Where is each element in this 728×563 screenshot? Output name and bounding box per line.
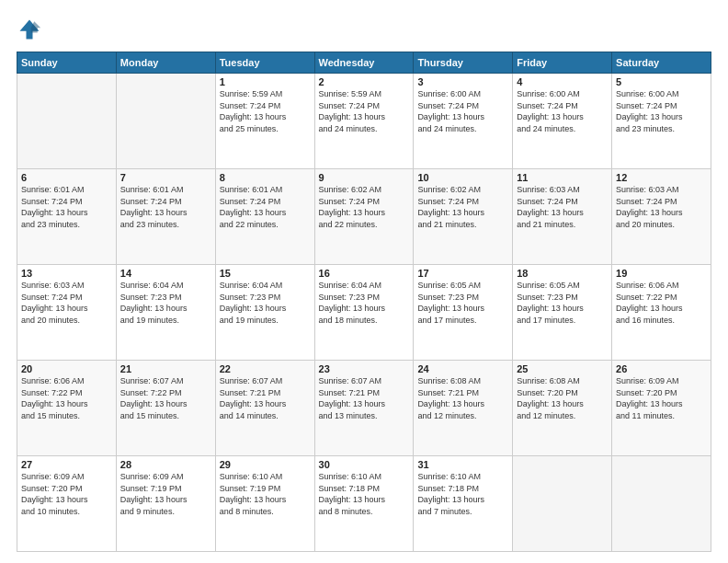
day-info: Sunrise: 6:06 AM Sunset: 7:22 PM Dayligh… <box>21 375 112 421</box>
weekday-header-thursday: Thursday <box>414 52 513 74</box>
day-number: 15 <box>220 268 311 279</box>
day-number: 8 <box>220 172 311 183</box>
day-info: Sunrise: 6:00 AM Sunset: 7:24 PM Dayligh… <box>517 88 608 134</box>
calendar-week-row: 20Sunrise: 6:06 AM Sunset: 7:22 PM Dayli… <box>17 361 711 456</box>
day-number: 1 <box>220 76 311 87</box>
calendar-week-row: 27Sunrise: 6:09 AM Sunset: 7:20 PM Dayli… <box>17 456 711 552</box>
day-info: Sunrise: 6:04 AM Sunset: 7:23 PM Dayligh… <box>120 280 211 326</box>
calendar-cell: 6Sunrise: 6:01 AM Sunset: 7:24 PM Daylig… <box>17 169 117 265</box>
day-info: Sunrise: 6:01 AM Sunset: 7:24 PM Dayligh… <box>120 184 211 230</box>
day-number: 4 <box>517 76 608 87</box>
day-number: 7 <box>120 172 211 183</box>
calendar-cell: 25Sunrise: 6:08 AM Sunset: 7:20 PM Dayli… <box>513 361 612 456</box>
calendar-cell: 24Sunrise: 6:08 AM Sunset: 7:21 PM Dayli… <box>414 361 513 456</box>
day-number: 18 <box>517 268 608 279</box>
day-info: Sunrise: 6:01 AM Sunset: 7:24 PM Dayligh… <box>21 184 112 230</box>
day-info: Sunrise: 6:09 AM Sunset: 7:19 PM Dayligh… <box>120 471 211 517</box>
day-number: 5 <box>616 76 707 87</box>
calendar-cell: 9Sunrise: 6:02 AM Sunset: 7:24 PM Daylig… <box>314 169 414 265</box>
day-info: Sunrise: 6:08 AM Sunset: 7:20 PM Dayligh… <box>517 375 608 421</box>
page: SundayMondayTuesdayWednesdayThursdayFrid… <box>0 0 728 563</box>
day-info: Sunrise: 6:10 AM Sunset: 7:19 PM Dayligh… <box>220 471 311 517</box>
day-number: 2 <box>319 76 410 87</box>
day-number: 11 <box>517 172 608 183</box>
calendar-cell: 11Sunrise: 6:03 AM Sunset: 7:24 PM Dayli… <box>513 169 612 265</box>
logo-icon <box>17 17 42 42</box>
day-info: Sunrise: 5:59 AM Sunset: 7:24 PM Dayligh… <box>319 88 410 134</box>
calendar-cell: 22Sunrise: 6:07 AM Sunset: 7:21 PM Dayli… <box>215 361 314 456</box>
day-info: Sunrise: 6:04 AM Sunset: 7:23 PM Dayligh… <box>220 280 311 326</box>
day-number: 20 <box>21 363 112 374</box>
day-info: Sunrise: 6:04 AM Sunset: 7:23 PM Dayligh… <box>319 280 410 326</box>
day-info: Sunrise: 6:08 AM Sunset: 7:21 PM Dayligh… <box>417 375 508 421</box>
day-number: 25 <box>517 363 608 374</box>
calendar-cell: 10Sunrise: 6:02 AM Sunset: 7:24 PM Dayli… <box>414 169 513 265</box>
calendar-cell: 19Sunrise: 6:06 AM Sunset: 7:22 PM Dayli… <box>612 265 711 361</box>
calendar-cell <box>116 74 215 169</box>
calendar-table: SundayMondayTuesdayWednesdayThursdayFrid… <box>17 52 711 552</box>
day-number: 31 <box>417 459 508 470</box>
day-number: 17 <box>417 268 508 279</box>
day-info: Sunrise: 6:06 AM Sunset: 7:22 PM Dayligh… <box>616 280 707 326</box>
weekday-header-monday: Monday <box>116 52 215 74</box>
day-info: Sunrise: 6:02 AM Sunset: 7:24 PM Dayligh… <box>417 184 508 230</box>
weekday-header-wednesday: Wednesday <box>314 52 414 74</box>
calendar-header-row: SundayMondayTuesdayWednesdayThursdayFrid… <box>17 52 711 74</box>
calendar-cell: 3Sunrise: 6:00 AM Sunset: 7:24 PM Daylig… <box>414 74 513 169</box>
day-info: Sunrise: 6:07 AM Sunset: 7:21 PM Dayligh… <box>220 375 311 421</box>
day-info: Sunrise: 6:02 AM Sunset: 7:24 PM Dayligh… <box>319 184 410 230</box>
day-number: 14 <box>120 268 211 279</box>
day-number: 6 <box>21 172 112 183</box>
calendar-cell: 29Sunrise: 6:10 AM Sunset: 7:19 PM Dayli… <box>215 456 314 552</box>
calendar-cell: 20Sunrise: 6:06 AM Sunset: 7:22 PM Dayli… <box>17 361 117 456</box>
day-number: 9 <box>319 172 410 183</box>
day-info: Sunrise: 6:01 AM Sunset: 7:24 PM Dayligh… <box>220 184 311 230</box>
day-info: Sunrise: 6:10 AM Sunset: 7:18 PM Dayligh… <box>417 471 508 517</box>
day-number: 16 <box>319 268 410 279</box>
weekday-header-tuesday: Tuesday <box>215 52 314 74</box>
day-number: 22 <box>220 363 311 374</box>
calendar-cell: 16Sunrise: 6:04 AM Sunset: 7:23 PM Dayli… <box>314 265 414 361</box>
day-number: 26 <box>616 363 707 374</box>
day-number: 28 <box>120 459 211 470</box>
calendar-cell <box>612 456 711 552</box>
calendar-cell: 17Sunrise: 6:05 AM Sunset: 7:23 PM Dayli… <box>414 265 513 361</box>
day-info: Sunrise: 6:03 AM Sunset: 7:24 PM Dayligh… <box>21 280 112 326</box>
day-number: 12 <box>616 172 707 183</box>
calendar-cell: 1Sunrise: 5:59 AM Sunset: 7:24 PM Daylig… <box>215 74 314 169</box>
day-number: 19 <box>616 268 707 279</box>
day-info: Sunrise: 6:03 AM Sunset: 7:24 PM Dayligh… <box>517 184 608 230</box>
header <box>17 17 711 42</box>
day-info: Sunrise: 6:00 AM Sunset: 7:24 PM Dayligh… <box>417 88 508 134</box>
day-number: 13 <box>21 268 112 279</box>
calendar-cell: 21Sunrise: 6:07 AM Sunset: 7:22 PM Dayli… <box>116 361 215 456</box>
calendar-cell: 7Sunrise: 6:01 AM Sunset: 7:24 PM Daylig… <box>116 169 215 265</box>
calendar-cell: 30Sunrise: 6:10 AM Sunset: 7:18 PM Dayli… <box>314 456 414 552</box>
svg-marker-1 <box>31 21 41 32</box>
calendar-cell <box>17 74 117 169</box>
calendar-cell: 27Sunrise: 6:09 AM Sunset: 7:20 PM Dayli… <box>17 456 117 552</box>
calendar-cell: 18Sunrise: 6:05 AM Sunset: 7:23 PM Dayli… <box>513 265 612 361</box>
weekday-header-friday: Friday <box>513 52 612 74</box>
calendar-cell: 5Sunrise: 6:00 AM Sunset: 7:24 PM Daylig… <box>612 74 711 169</box>
day-number: 3 <box>417 76 508 87</box>
calendar-cell: 31Sunrise: 6:10 AM Sunset: 7:18 PM Dayli… <box>414 456 513 552</box>
day-number: 21 <box>120 363 211 374</box>
calendar-week-row: 13Sunrise: 6:03 AM Sunset: 7:24 PM Dayli… <box>17 265 711 361</box>
day-info: Sunrise: 6:10 AM Sunset: 7:18 PM Dayligh… <box>319 471 410 517</box>
calendar-cell: 15Sunrise: 6:04 AM Sunset: 7:23 PM Dayli… <box>215 265 314 361</box>
day-info: Sunrise: 6:07 AM Sunset: 7:21 PM Dayligh… <box>319 375 410 421</box>
calendar-week-row: 1Sunrise: 5:59 AM Sunset: 7:24 PM Daylig… <box>17 74 711 169</box>
day-info: Sunrise: 6:00 AM Sunset: 7:24 PM Dayligh… <box>616 88 707 134</box>
calendar-week-row: 6Sunrise: 6:01 AM Sunset: 7:24 PM Daylig… <box>17 169 711 265</box>
day-number: 27 <box>21 459 112 470</box>
day-number: 30 <box>319 459 410 470</box>
day-info: Sunrise: 6:05 AM Sunset: 7:23 PM Dayligh… <box>517 280 608 326</box>
weekday-header-sunday: Sunday <box>17 52 117 74</box>
day-number: 23 <box>319 363 410 374</box>
day-number: 29 <box>220 459 311 470</box>
day-info: Sunrise: 5:59 AM Sunset: 7:24 PM Dayligh… <box>220 88 311 134</box>
calendar-cell: 13Sunrise: 6:03 AM Sunset: 7:24 PM Dayli… <box>17 265 117 361</box>
calendar-cell: 23Sunrise: 6:07 AM Sunset: 7:21 PM Dayli… <box>314 361 414 456</box>
calendar-cell: 4Sunrise: 6:00 AM Sunset: 7:24 PM Daylig… <box>513 74 612 169</box>
